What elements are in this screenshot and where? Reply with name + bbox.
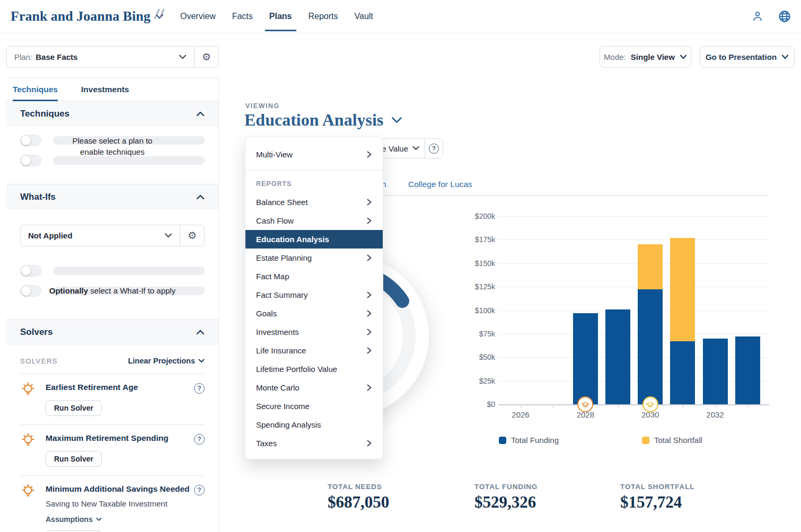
bar-funding-2032 bbox=[703, 339, 728, 404]
menu-item-label: Fact Summary bbox=[256, 290, 308, 299]
menu-item-life-insurance[interactable]: Life Insurance bbox=[245, 341, 383, 360]
solver-name: Minimum Additional Savings Needed bbox=[46, 483, 205, 495]
techniques-body: Please select a plan to enable technique… bbox=[6, 127, 218, 184]
menu-item-monte-carlo[interactable]: Monte Carlo bbox=[245, 378, 383, 397]
plan-selector[interactable]: Plan: Base Facts ⚙ bbox=[6, 46, 219, 68]
menu-item-label: Life Insurance bbox=[256, 346, 306, 355]
summary-value: $157,724 bbox=[620, 493, 694, 512]
y-axis-label: $0 bbox=[462, 400, 495, 409]
menu-item-label: Cash Flow bbox=[256, 216, 294, 225]
solver-list: Earliest Retirement Age Run Solver ? Max… bbox=[6, 374, 218, 532]
mode-selector[interactable]: Mode: Single View bbox=[600, 46, 691, 68]
user-icon[interactable] bbox=[751, 10, 764, 23]
run-solver-button[interactable]: Run Solver bbox=[46, 451, 102, 467]
nav-tab-vault[interactable]: Vault bbox=[355, 0, 373, 33]
menu-item-label: Estate Planning bbox=[256, 253, 312, 262]
menu-item-label: Goals bbox=[256, 309, 277, 318]
plan-selector-main[interactable]: Plan: Base Facts bbox=[7, 47, 194, 67]
menu-item-education-analysis[interactable]: Education Analysis bbox=[245, 230, 383, 249]
summary-total-needs: TOTAL NEEDS $687,050 bbox=[328, 483, 389, 512]
menu-item-balance-sheet[interactable]: Balance Sheet bbox=[245, 193, 383, 211]
goal-tab-college-for-lucas[interactable]: College for Lucas bbox=[408, 180, 472, 189]
solver-content: Earliest Retirement Age Run Solver bbox=[46, 382, 205, 416]
plan-settings-gear-icon[interactable]: ⚙ bbox=[194, 47, 218, 67]
x-axis-tick bbox=[715, 405, 716, 408]
help-icon[interactable]: ? bbox=[194, 434, 205, 445]
solver-subtitle: Saving to New Taxable Investment bbox=[46, 499, 205, 508]
gridline bbox=[498, 263, 769, 264]
menu-item-investments[interactable]: Investments bbox=[245, 323, 383, 341]
chevron-down-icon bbox=[164, 233, 172, 238]
nav-tab-overview[interactable]: Overview bbox=[180, 0, 216, 33]
bar-funding-2031 bbox=[670, 341, 695, 404]
go-to-presentation-button[interactable]: Go to Presentation bbox=[700, 46, 795, 68]
whatifs-body: Not Applied ⚙ Optionally select a What-I… bbox=[6, 210, 218, 319]
summary-label: TOTAL FUNDING bbox=[474, 483, 538, 491]
value-help-button[interactable]: ? bbox=[425, 139, 443, 158]
menu-divider bbox=[245, 170, 383, 171]
plan-label: Plan: bbox=[14, 52, 32, 61]
legend-label: Total Shortfall bbox=[654, 436, 702, 445]
whatif-selector-main[interactable]: Not Applied bbox=[21, 225, 180, 246]
menu-section-reports: REPORTS bbox=[245, 174, 383, 193]
app-page: Frank and Joanna Bing // OverviewFactsPl… bbox=[0, 0, 801, 532]
menu-item-taxes[interactable]: Taxes bbox=[245, 434, 383, 453]
globe-icon[interactable] bbox=[778, 10, 791, 23]
bar-funding-2030 bbox=[638, 289, 663, 404]
help-icon[interactable]: ? bbox=[194, 485, 205, 495]
whatif-toggle[interactable] bbox=[20, 265, 41, 277]
x-axis-line bbox=[498, 404, 769, 405]
solver-name: Earliest Retirement Age bbox=[46, 382, 205, 393]
plan-value: Base Facts bbox=[36, 52, 77, 61]
chevron-up-icon bbox=[196, 194, 205, 200]
chevron-right-icon bbox=[366, 198, 372, 206]
legend-swatch bbox=[642, 437, 649, 444]
nav-tab-reports[interactable]: Reports bbox=[309, 0, 338, 33]
x-axis-label: 2026 bbox=[512, 410, 529, 419]
menu-item-fact-summary[interactable]: Fact Summary bbox=[245, 286, 383, 304]
y-axis-label: $25k bbox=[462, 377, 495, 385]
solver-minimum-additional-savings-needed: Minimum Additional Savings Needed Saving… bbox=[6, 476, 218, 532]
menu-item-lifetime-portfolio-value[interactable]: Lifetime Portfolio Value bbox=[245, 360, 383, 378]
bar-funding-2029 bbox=[605, 309, 630, 404]
menu-item-secure-income[interactable]: Secure Income bbox=[245, 397, 383, 415]
chevron-up-icon bbox=[196, 330, 205, 335]
solvers-section-header[interactable]: Solvers bbox=[6, 319, 218, 345]
menu-item-cash-flow[interactable]: Cash Flow bbox=[245, 211, 383, 230]
menu-item-spending-analysis[interactable]: Spending Analysis bbox=[245, 415, 383, 434]
bar-funding-2033 bbox=[735, 336, 760, 404]
menu-item-fact-map[interactable]: Fact Map bbox=[245, 267, 383, 286]
nav-tab-facts[interactable]: Facts bbox=[232, 0, 253, 33]
assumptions-toggle[interactable]: Assumptions bbox=[46, 515, 205, 524]
chevron-right-icon bbox=[366, 328, 372, 336]
mode-label: Mode: bbox=[604, 52, 626, 61]
menu-item-goals[interactable]: Goals bbox=[245, 304, 383, 323]
whatifs-section-header[interactable]: What-Ifs bbox=[6, 184, 218, 210]
solver-earliest-retirement-age: Earliest Retirement Age Run Solver ? bbox=[6, 374, 218, 424]
whatif-settings-gear-icon[interactable]: ⚙ bbox=[180, 225, 204, 246]
nav-tab-plans[interactable]: Plans bbox=[269, 0, 292, 33]
x-axis-tick bbox=[521, 405, 521, 408]
solvers-title: Solvers bbox=[20, 327, 52, 338]
report-title-selector[interactable]: Education Analysis bbox=[244, 110, 402, 130]
graduation-cap-icon-2030 bbox=[642, 396, 658, 412]
whatif-selector[interactable]: Not Applied ⚙ bbox=[20, 225, 205, 246]
x-axis-tick bbox=[553, 405, 553, 408]
menu-item-label: Lifetime Portfolio Value bbox=[256, 365, 337, 374]
help-icon[interactable]: ? bbox=[194, 383, 205, 394]
projection-mode-selector[interactable]: Linear Projections bbox=[128, 357, 205, 365]
menu-item-estate-planning[interactable]: Estate Planning bbox=[245, 249, 383, 267]
y-axis-label: $75k bbox=[462, 330, 495, 338]
gridline bbox=[498, 240, 769, 240]
gridline bbox=[498, 357, 769, 358]
client-selector[interactable]: Frank and Joanna Bing bbox=[11, 0, 164, 33]
tab-techniques[interactable]: Techniques bbox=[13, 78, 58, 101]
tab-investments[interactable]: Investments bbox=[81, 78, 129, 101]
techniques-section-header[interactable]: Techniques bbox=[6, 101, 218, 127]
summary-total-funding: TOTAL FUNDING $529,326 bbox=[474, 483, 538, 512]
summary-value: $529,326 bbox=[474, 493, 538, 512]
y-axis-label: $125k bbox=[462, 282, 495, 291]
menu-item-multi-view[interactable]: Multi-View bbox=[245, 143, 383, 166]
techniques-title: Techniques bbox=[20, 109, 69, 119]
run-solver-button[interactable]: Run Solver bbox=[46, 400, 102, 416]
